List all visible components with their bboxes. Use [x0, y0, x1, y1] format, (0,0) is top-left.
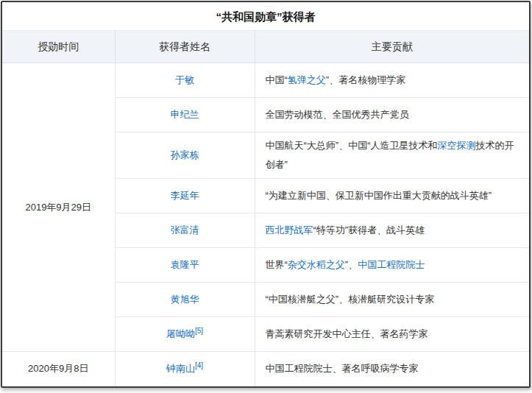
contribution-text: 中国“ [266, 74, 288, 85]
reference-superscript[interactable]: [4] [195, 361, 203, 369]
contribution-text: 全国劳动模范、全国优秀共产党员 [266, 109, 409, 120]
contribution-text: 中国工程院院士、著名呼吸病学专家 [266, 363, 419, 374]
recipient-name-cell: 李延年 [115, 179, 255, 213]
recipient-name-cell: 袁隆平 [115, 248, 255, 283]
contribution-text: “中国核潜艇之父”、核潜艇研究设计专家 [266, 294, 435, 305]
contribution-text: 青蒿素研究开发中心主任、著名药学家 [266, 328, 428, 339]
contribution-cell: 世界“杂交水稻之父”、中国工程院院士 [255, 248, 529, 283]
column-header-recipient-name: 获得者姓名 [115, 31, 255, 63]
column-header-main-contribution: 主要贡献 [255, 31, 529, 63]
contribution-cell: “中国核潜艇之父”、核潜艇研究设计专家 [255, 283, 529, 317]
recipient-name-cell: 于敏 [115, 63, 255, 98]
contribution-link[interactable]: 西北野战军 [266, 224, 313, 236]
recipient-link[interactable]: 李延年 [171, 190, 199, 201]
recipient-name-cell: 张富清 [115, 213, 255, 248]
contribution-cell: 中国航天“大总师”、中国“人造卫星技术和深空探测技术的开创者” [255, 132, 529, 179]
table-header-row: 授勋时间 获得者姓名 主要贡献 [2, 31, 529, 63]
recipient-link[interactable]: 申纪兰 [171, 109, 199, 120]
award-date-cell: 2019年9月29日 [2, 63, 115, 352]
recipient-name-cell: 孙家栋 [115, 132, 255, 179]
contribution-text: “为建立新中国、保卫新中国作出重大贡献的战斗英雄” [266, 190, 492, 201]
contribution-text: 世界“ [266, 259, 288, 270]
recipient-link[interactable]: 袁隆平 [171, 259, 199, 270]
recipient-link[interactable]: 钟南山 [166, 363, 195, 374]
page: “共和国勋章”获得者 授勋时间 获得者姓名 主要贡献 2019年9月29日于敏中… [0, 0, 532, 393]
contribution-cell: 中国“氢弹之父”、著名核物理学家 [255, 63, 529, 98]
recipient-name-cell: 屠呦呦[5] [115, 317, 255, 352]
table-row: 2020年9月8日钟南山[4]中国工程院院士、著名呼吸病学专家 [2, 352, 529, 386]
recipients-table: 授勋时间 获得者姓名 主要贡献 2019年9月29日于敏中国“氢弹之父”、著名核… [2, 30, 529, 386]
recipient-name-cell: 钟南山[4] [115, 352, 255, 386]
contribution-cell: 全国劳动模范、全国优秀共产党员 [255, 98, 529, 132]
contribution-text: 中国航天“大总师”、中国“人造卫星技术和 [266, 140, 438, 151]
page-title: “共和国勋章”获得者 [2, 2, 529, 30]
recipient-link[interactable]: 张富清 [171, 224, 199, 236]
table-header: 授勋时间 获得者姓名 主要贡献 [2, 31, 529, 63]
contribution-link[interactable]: 深空探测 [438, 140, 476, 151]
contribution-link[interactable]: 中国工程院院士 [358, 259, 425, 270]
contribution-text: ”、著名核物理学家 [326, 74, 405, 85]
reference-superscript[interactable]: [5] [195, 327, 203, 335]
recipient-name-cell: 黄旭华 [115, 283, 255, 317]
contribution-cell: “为建立新中国、保卫新中国作出重大贡献的战斗英雄” [255, 179, 529, 213]
recipient-link[interactable]: 黄旭华 [171, 294, 199, 305]
recipient-link[interactable]: 屠呦呦 [166, 328, 195, 339]
contribution-cell: 中国工程院院士、著名呼吸病学专家 [255, 352, 529, 386]
recipient-name-cell: 申纪兰 [115, 98, 255, 132]
award-date-cell: 2020年9月8日 [2, 352, 115, 386]
contribution-cell: 西北野战军“特等功”获得者、战斗英雄 [255, 213, 529, 248]
recipient-link[interactable]: 孙家栋 [171, 149, 199, 160]
medal-table-card: “共和国勋章”获得者 授勋时间 获得者姓名 主要贡献 2019年9月29日于敏中… [1, 1, 531, 388]
contribution-text: ”、 [345, 259, 358, 270]
contribution-text: “特等功”获得者、战斗英雄 [313, 224, 425, 236]
table-row: 2019年9月29日于敏中国“氢弹之父”、著名核物理学家 [2, 63, 529, 98]
contribution-link[interactable]: 氢弹之父 [288, 74, 326, 85]
contribution-cell: 青蒿素研究开发中心主任、著名药学家 [255, 317, 529, 352]
column-header-award-time: 授勋时间 [2, 31, 115, 63]
recipient-link[interactable]: 于敏 [175, 74, 194, 85]
contribution-link[interactable]: 杂交水稻之父 [288, 259, 345, 270]
recipients-table-body: 2019年9月29日于敏中国“氢弹之父”、著名核物理学家申纪兰全国劳动模范、全国… [2, 63, 529, 386]
